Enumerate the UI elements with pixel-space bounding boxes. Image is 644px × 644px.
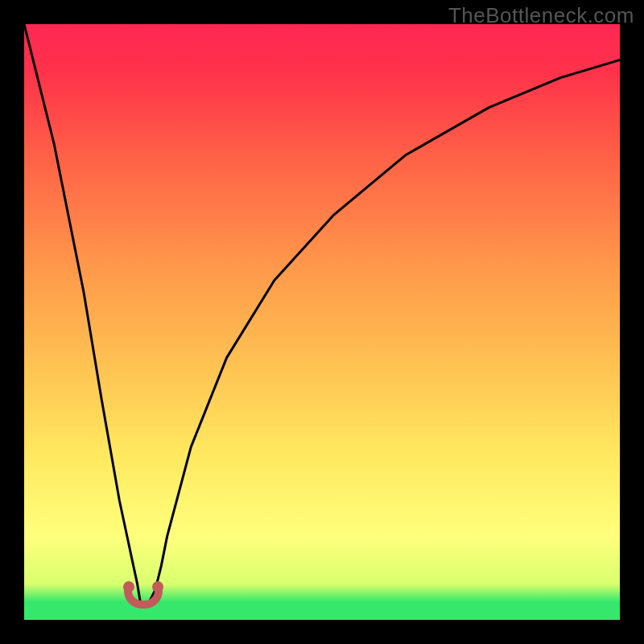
marker-dot-right bbox=[152, 581, 163, 592]
bottleneck-curve bbox=[24, 24, 620, 620]
chart-frame: TheBottleneck.com bbox=[0, 0, 644, 644]
marker-dot-left bbox=[123, 581, 134, 592]
plot-area bbox=[24, 24, 620, 620]
